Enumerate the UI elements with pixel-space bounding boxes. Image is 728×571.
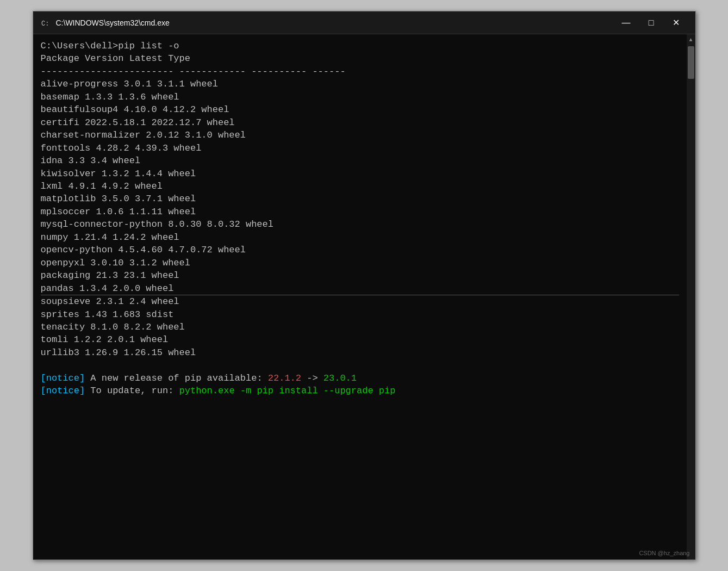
table-row: urllib3 1.26.9 1.26.15 wheel [41, 346, 679, 359]
terminal-content: C:\Users\dell>pip list -o Package Versio… [33, 34, 695, 560]
table-row: mplsoccer 1.0.6 1.1.11 wheel [41, 206, 679, 218]
table-row: kiwisolver 1.3.2 1.4.4 wheel [41, 167, 679, 180]
window-controls: — □ ✕ [614, 11, 689, 34]
cmd-window: C: C:\WINDOWS\system32\cmd.exe — □ ✕ C:\… [33, 11, 696, 560]
command-line: C:\Users\dell>pip list -o [41, 40, 679, 52]
notice-1: [notice] A new release of pip available:… [41, 372, 679, 384]
packages-gray-section: soupsieve 2.3.1 2.4 wheelsprites 1.43 1.… [41, 295, 679, 359]
table-row: charset-normalizer 2.0.12 3.1.0 wheel [41, 129, 679, 141]
table-row: mysql-connector-python 8.0.30 8.0.32 whe… [41, 218, 679, 231]
blank-line [41, 359, 679, 371]
table-row: numpy 1.21.4 1.24.2 wheel [41, 231, 679, 244]
notice2-cmd: python.exe -m pip install --upgrade pip [179, 386, 396, 396]
window-title: C:\WINDOWS\system32\cmd.exe [56, 18, 614, 27]
scroll-thumb[interactable] [688, 46, 694, 79]
prompt-text: C:\Users\dell>pip list -o [41, 41, 179, 51]
table-row: alive-progress 3.0.1 3.1.1 wheel [41, 78, 679, 90]
table-row: fonttools 4.28.2 4.39.3 wheel [41, 142, 679, 154]
watermark: CSDN @hz_zhang [639, 550, 689, 556]
notice2-label: [notice] [41, 386, 85, 396]
notice1-arrow: -> [307, 373, 323, 383]
notice1-label: [notice] [41, 373, 85, 383]
notice1-old-ver: 22.1.2 [268, 373, 301, 383]
packages-white-section: alive-progress 3.0.1 3.1.1 wheelbasemap … [41, 78, 679, 295]
table-row: lxml 4.9.1 4.9.2 wheel [41, 180, 679, 193]
cmd-icon: C: [40, 17, 51, 28]
maximize-button[interactable]: □ [639, 11, 664, 34]
table-row: matplotlib 3.5.0 3.7.1 wheel [41, 193, 679, 205]
close-button[interactable]: ✕ [664, 11, 689, 34]
svg-text:C:: C: [41, 20, 49, 28]
table-row: tenacity 8.1.0 8.2.2 wheel [41, 321, 679, 333]
table-row: pandas 1.3.4 2.0.0 wheel [41, 282, 679, 295]
table-row: sprites 1.43 1.683 sdist [41, 308, 679, 321]
notice1-new-ver: 23.0.1 [323, 373, 357, 383]
table-row: soupsieve 2.3.1 2.4 wheel [41, 295, 679, 308]
scroll-up-arrow[interactable]: ▲ [687, 35, 695, 44]
table-row: packaging 21.3 23.1 wheel [41, 269, 679, 282]
table-row: certifi 2022.5.18.1 2022.12.7 wheel [41, 116, 679, 129]
sep-text: ------------------------ ------------ --… [41, 66, 346, 77]
minimize-button[interactable]: — [614, 11, 639, 34]
notice2-text: To update, run: [90, 386, 179, 396]
table-row: beautifulsoup4 4.10.0 4.12.2 wheel [41, 103, 679, 116]
table-separator: ------------------------ ------------ --… [41, 65, 679, 78]
col-package-header: Package Version Latest Type [41, 53, 190, 64]
table-row: openpyxl 3.0.10 3.1.2 wheel [41, 257, 679, 269]
titlebar: C: C:\WINDOWS\system32\cmd.exe — □ ✕ [33, 11, 695, 34]
terminal-output[interactable]: C:\Users\dell>pip list -o Package Versio… [33, 34, 687, 560]
table-row: idna 3.3 3.4 wheel [41, 154, 679, 167]
notice1-text: A new release of pip available: [90, 373, 267, 383]
table-row: basemap 1.3.3 1.3.6 wheel [41, 91, 679, 103]
table-header: Package Version Latest Type [41, 52, 679, 65]
scrollbar[interactable]: ▲ [687, 34, 695, 560]
table-row: opencv-python 4.5.4.60 4.7.0.72 wheel [41, 244, 679, 256]
notice-2: [notice] To update, run: python.exe -m p… [41, 384, 679, 397]
table-row: tomli 1.2.2 2.0.1 wheel [41, 333, 679, 346]
